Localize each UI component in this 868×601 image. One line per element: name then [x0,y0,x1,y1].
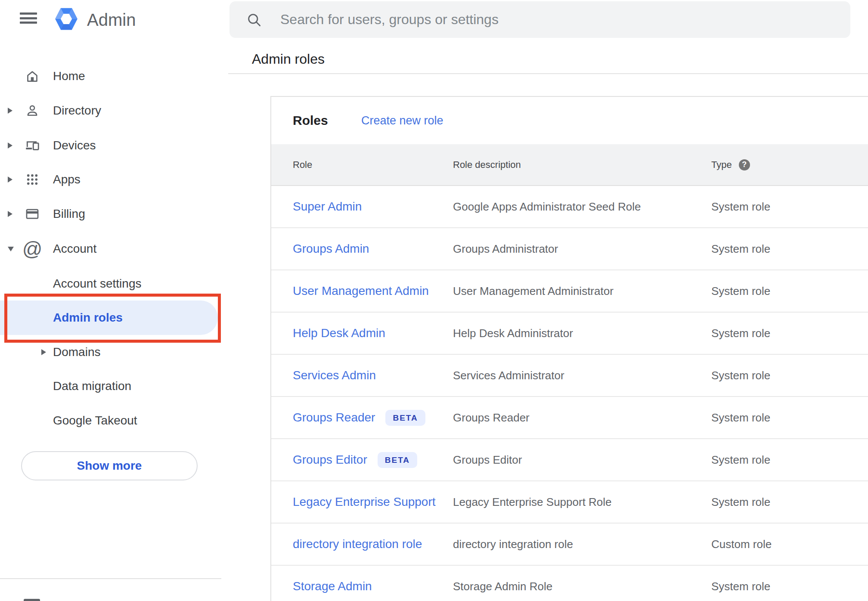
table-row: Super AdminGoogle Apps Administrator See… [271,186,868,228]
show-more-button[interactable]: Show more [21,451,198,480]
role-description: Groups Administrator [453,242,711,256]
sidebar-item-label: Devices [53,139,96,152]
clipped-sidebar-icon [24,599,40,601]
sidebar-item-label: Google Takeout [53,414,137,428]
sidebar-item-admin-roles[interactable]: Admin roles [0,300,218,335]
hamburger-menu-button[interactable] [18,9,39,27]
sidebar-item-directory[interactable]: Directory [0,93,221,128]
table-header-row: RoleRole descriptionType? [271,144,868,186]
expand-arrow-right-icon[interactable] [8,211,16,217]
roles-card: Roles Create new role RoleRole descripti… [270,96,868,601]
role-link[interactable]: Super Admin [293,200,362,214]
role-cell: Legacy Enterprise Support [293,495,453,509]
role-link[interactable]: Storage Admin [293,579,372,593]
sidebar-item-account[interactable]: @Account [0,232,221,266]
hamburger-bar [20,17,37,19]
role-link[interactable]: User Management Admin [293,284,429,298]
role-description: Google Apps Administrator Seed Role [453,200,711,214]
sidebar-item-label: Account [53,242,96,256]
role-link[interactable]: Groups Admin [293,242,369,256]
role-description: User Management Administrator [453,285,711,298]
sidebar-item-home[interactable]: Home [0,59,221,93]
role-type: System role [711,453,868,467]
role-cell: User Management Admin [293,284,453,298]
google-admin-logo[interactable]: Admin [54,6,136,33]
card-title: Roles [293,113,328,128]
sidebar-bottom-divider [0,578,221,579]
sidebar-item-label: Admin roles [53,311,123,325]
table-row: directory integration roledirectory inte… [271,524,868,566]
sidebar-item-label: Billing [53,207,85,221]
role-type: System role [711,580,868,593]
role-link[interactable]: Legacy Enterprise Support [293,495,436,509]
role-link[interactable]: directory integration role [293,537,422,551]
credit-card-icon [23,204,41,224]
role-description: Groups Reader [453,411,711,424]
sidebar-item-label: Home [53,69,85,83]
role-link[interactable]: Groups Reader [293,411,375,424]
role-link[interactable]: Services Admin [293,369,376,382]
sidebar-item-google-takeout[interactable]: Google Takeout [0,403,221,438]
role-cell: Groups EditorBETA [293,452,453,468]
devices-icon [23,136,41,155]
role-type: Custom role [711,538,868,551]
expand-arrow-right-icon[interactable] [8,143,16,149]
search-icon [246,12,262,28]
sidebar-item-label: Data migration [53,379,131,393]
role-description: directory integration role [453,538,711,551]
sidebar-item-devices[interactable]: Devices [0,128,221,163]
expand-arrow-right-icon[interactable] [8,177,16,183]
role-type: System role [711,327,868,340]
role-cell: Storage Admin [293,579,453,593]
sidebar-item-label: Account settings [53,277,141,291]
sidebar-item-account-settings[interactable]: Account settings [0,266,221,301]
role-description: Help Desk Administrator [453,327,711,340]
sidebar-item-billing[interactable]: Billing [0,197,221,231]
role-link[interactable]: Groups Editor [293,453,367,467]
person-icon [23,101,41,121]
role-type: System role [711,369,868,382]
role-description: Services Administrator [453,369,711,382]
sidebar-item-apps[interactable]: Apps [0,162,221,197]
help-icon[interactable]: ? [739,159,750,170]
role-cell: directory integration role [293,537,453,551]
search-input[interactable] [280,6,850,34]
beta-badge: BETA [385,410,425,426]
table-body: Super AdminGoogle Apps Administrator See… [271,186,868,601]
role-type: System role [711,200,868,214]
at-icon: @ [23,239,41,259]
column-header-label: Role description [453,159,521,170]
column-header-label: Type [711,159,732,170]
hamburger-bar [20,22,37,24]
table-row: Help Desk AdminHelp Desk AdministratorSy… [271,313,868,355]
role-description: Legacy Enterprise Support Role [453,496,711,509]
role-cell: Super Admin [293,200,453,214]
sidebar-item-label: Apps [53,173,81,186]
admin-hexagon-icon [54,6,78,33]
role-description: Groups Editor [453,453,711,467]
role-link[interactable]: Help Desk Admin [293,326,385,340]
breadcrumb: Admin roles [252,52,325,66]
role-cell: Services Admin [293,369,453,382]
expand-arrow-right-icon[interactable] [8,108,16,114]
role-type: System role [711,496,868,509]
expand-arrow-right-icon[interactable] [41,349,49,355]
expand-arrow-down-icon[interactable] [8,247,16,251]
sidebar-item-domains[interactable]: Domains [0,335,221,369]
role-cell: Groups ReaderBETA [293,410,453,426]
role-type: System role [711,411,868,424]
table-row: Groups AdminGroups AdministratorSystem r… [271,228,868,270]
sidebar-item-label: Directory [53,104,101,118]
role-type: System role [711,285,868,298]
sidebar-item-data-migration[interactable]: Data migration [0,369,221,403]
role-type: System role [711,242,868,256]
role-cell: Help Desk Admin [293,326,453,340]
table-row: Groups EditorBETAGroups EditorSystem rol… [271,439,868,481]
beta-badge: BETA [378,452,417,468]
hamburger-bar [20,12,37,15]
search-bar[interactable] [229,1,850,38]
create-new-role-link[interactable]: Create new role [361,114,443,127]
column-header-role-description: Role description [453,159,711,170]
column-header-role: Role [293,159,453,170]
table-row: Services AdminServices AdministratorSyst… [271,355,868,397]
